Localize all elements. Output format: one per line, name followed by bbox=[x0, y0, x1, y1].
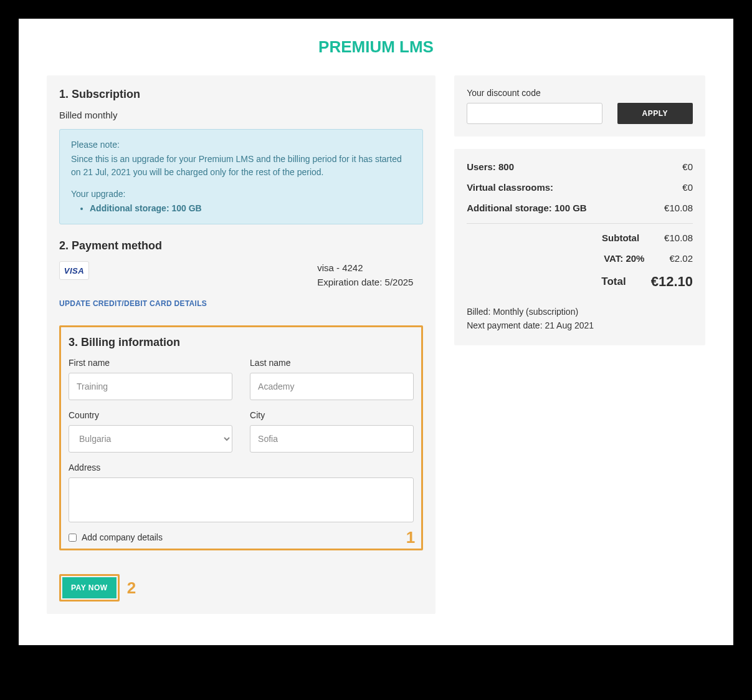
subtotal-label: Subtotal bbox=[467, 233, 639, 243]
row-total: Total €12.10 bbox=[467, 274, 693, 290]
payment-heading: 2. Payment method bbox=[59, 239, 423, 252]
first-name-input[interactable] bbox=[69, 373, 232, 400]
rooms-label: Virtual classrooms: bbox=[467, 182, 553, 193]
upgrade-list: Additional storage: 100 GB bbox=[71, 202, 411, 215]
group-city: City bbox=[250, 410, 414, 453]
row-location: Country Bulgaria City bbox=[69, 410, 414, 453]
group-country: Country Bulgaria bbox=[69, 410, 232, 453]
step-badge-2: 2 bbox=[127, 578, 136, 598]
subtotal-value: €10.08 bbox=[664, 233, 693, 243]
vat-value: €2.02 bbox=[669, 253, 693, 264]
upgrade-note: Please note: Since this is an upgrade fo… bbox=[59, 129, 423, 224]
upgrade-item: Additional storage: 100 GB bbox=[90, 202, 411, 215]
row-name: First name Last name bbox=[69, 358, 414, 400]
layout: 1. Subscription Billed monthly Please no… bbox=[47, 75, 705, 614]
update-card-link[interactable]: UPDATE CREDIT/DEBIT CARD DETAILS bbox=[59, 299, 423, 308]
label-first-name: First name bbox=[69, 358, 232, 368]
note-title: Please note: bbox=[71, 138, 411, 151]
visa-icon: VISA bbox=[59, 261, 89, 280]
group-first-name: First name bbox=[69, 358, 232, 400]
group-last-name: Last name bbox=[250, 358, 414, 400]
discount-row: APPLY bbox=[467, 103, 693, 124]
users-value: €0 bbox=[682, 161, 693, 172]
brand-title: PREMIUM LMS bbox=[47, 37, 705, 57]
page: PREMIUM LMS 1. Subscription Billed month… bbox=[19, 19, 733, 645]
card-masked: visa - 4242 bbox=[317, 261, 423, 276]
section-billing: 3. Billing information First name Last n… bbox=[59, 325, 423, 550]
discount-input[interactable] bbox=[467, 103, 602, 124]
section-payment: 2. Payment method VISA visa - 4242 Expir… bbox=[59, 239, 423, 308]
apply-button[interactable]: APPLY bbox=[617, 103, 693, 124]
payment-row: VISA visa - 4242 Expiration date: 5/2025 bbox=[59, 261, 423, 289]
step-badge-1: 1 bbox=[406, 528, 415, 547]
address-input[interactable] bbox=[69, 477, 414, 522]
group-address: Address bbox=[69, 463, 414, 522]
next-payment: Next payment date: 21 Aug 2021 bbox=[467, 319, 693, 332]
row-vat: VAT: 20% €2.02 bbox=[467, 253, 693, 264]
label-country: Country bbox=[69, 410, 232, 420]
vat-label: VAT: 20% bbox=[467, 253, 644, 264]
billed-frequency: Billed monthly bbox=[59, 110, 423, 120]
billing-heading: 3. Billing information bbox=[69, 336, 414, 349]
payment-info: visa - 4242 Expiration date: 5/2025 bbox=[317, 261, 423, 289]
discount-label: Your discount code bbox=[467, 88, 693, 98]
row-address: Address bbox=[69, 463, 414, 522]
right-column: Your discount code APPLY Users: 800 €0 V… bbox=[454, 75, 705, 345]
billing-meta: Billed: Monthly (subscription) Next paym… bbox=[467, 305, 693, 333]
pay-highlight: PAY NOW bbox=[59, 574, 120, 602]
row-users: Users: 800 €0 bbox=[467, 161, 693, 172]
label-address: Address bbox=[69, 463, 414, 472]
billed-text: Billed: Monthly (subscription) bbox=[467, 305, 693, 319]
row-storage: Additional storage: 100 GB €10.08 bbox=[467, 203, 693, 213]
city-input[interactable] bbox=[250, 425, 414, 453]
last-name-input[interactable] bbox=[250, 373, 414, 400]
discount-panel: Your discount code APPLY bbox=[454, 75, 705, 137]
row-subtotal: Subtotal €10.08 bbox=[467, 233, 693, 243]
totals: Subtotal €10.08 VAT: 20% €2.02 Total €12… bbox=[467, 233, 693, 290]
note-body: Since this is an upgrade for your Premiu… bbox=[71, 153, 411, 179]
subscription-heading: 1. Subscription bbox=[59, 88, 423, 101]
company-label: Add company details bbox=[82, 532, 163, 542]
card-expiration: Expiration date: 5/2025 bbox=[317, 276, 423, 290]
label-last-name: Last name bbox=[250, 358, 414, 368]
pay-row: PAY NOW 2 bbox=[59, 574, 423, 602]
section-subscription: 1. Subscription Billed monthly Please no… bbox=[59, 88, 423, 224]
upgrade-label: Your upgrade: bbox=[71, 188, 411, 201]
total-label: Total bbox=[467, 276, 626, 288]
left-column: 1. Subscription Billed monthly Please no… bbox=[47, 75, 435, 614]
storage-value: €10.08 bbox=[664, 203, 693, 213]
summary-divider bbox=[467, 223, 693, 224]
rooms-value: €0 bbox=[682, 182, 693, 193]
company-checkbox[interactable] bbox=[69, 534, 77, 542]
row-rooms: Virtual classrooms: €0 bbox=[467, 182, 693, 193]
company-row: Add company details bbox=[69, 532, 414, 542]
storage-label: Additional storage: 100 GB bbox=[467, 203, 587, 213]
label-city: City bbox=[250, 410, 414, 420]
users-label: Users: 800 bbox=[467, 161, 514, 172]
total-value: €12.10 bbox=[651, 274, 693, 290]
country-select[interactable]: Bulgaria bbox=[69, 425, 232, 453]
pay-now-button[interactable]: PAY NOW bbox=[62, 577, 117, 598]
summary-panel: Users: 800 €0 Virtual classrooms: €0 Add… bbox=[454, 149, 705, 345]
